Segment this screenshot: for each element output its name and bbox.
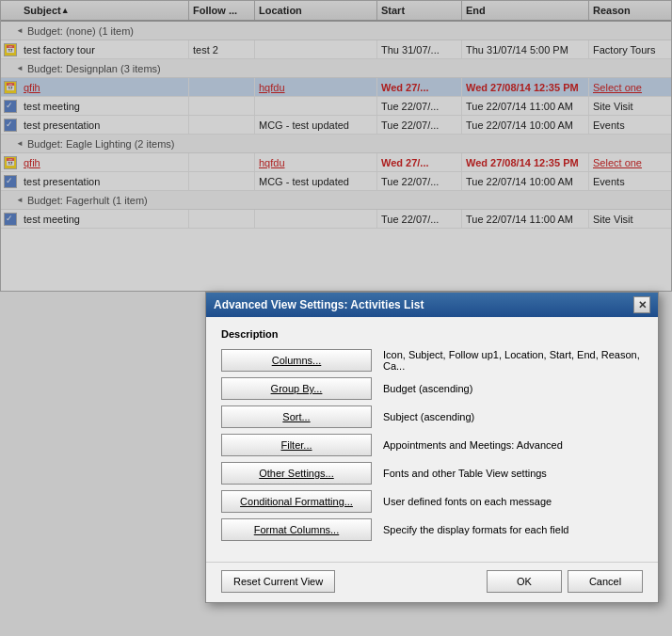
- groupby-button[interactable]: Group By...: [221, 377, 372, 400]
- ok-button[interactable]: OK: [487, 570, 562, 593]
- groupby-value: Budget (ascending): [383, 383, 472, 394]
- dialog-body: Description Columns... Icon, Subject, Fo…: [206, 317, 658, 558]
- dialog-row-groupby: Group By... Budget (ascending): [221, 377, 643, 400]
- dialog-row-filter: Filter... Appointments and Meetings: Adv…: [221, 434, 643, 456]
- dialog-title: Advanced View Settings: Activities List: [214, 298, 424, 311]
- dialog-row-other-settings: Other Settings... Fonts and other Table …: [221, 462, 643, 485]
- format-columns-button[interactable]: Format Columns...: [221, 518, 372, 541]
- filter-button[interactable]: Filter...: [221, 434, 372, 456]
- filter-value: Appointments and Meetings: Advanced: [383, 439, 563, 451]
- conditional-formatting-value: User defined fonts on each message: [383, 496, 552, 507]
- conditional-formatting-button[interactable]: Conditional Formatting...: [221, 490, 372, 513]
- columns-button[interactable]: Columns...: [221, 349, 372, 372]
- dialog-row-columns: Columns... Icon, Subject, Follow up1, Lo…: [221, 349, 643, 372]
- dialog-row-format-columns: Format Columns... Specify the display fo…: [221, 518, 643, 541]
- other-settings-button[interactable]: Other Settings...: [221, 462, 372, 485]
- dialog-row-sort: Sort... Subject (ascending): [221, 405, 643, 428]
- columns-value: Icon, Subject, Follow up1, Location, Sta…: [383, 349, 643, 372]
- dialog-close-button[interactable]: ✕: [633, 296, 650, 313]
- dialog-row-conditional-formatting: Conditional Formatting... User defined f…: [221, 490, 643, 513]
- description-label: Description: [221, 328, 643, 340]
- sort-value: Subject (ascending): [383, 411, 474, 422]
- advanced-view-settings-dialog: Advanced View Settings: Activities List …: [205, 292, 659, 603]
- footer-right-buttons: OK Cancel: [487, 570, 643, 593]
- other-settings-value: Fonts and other Table View settings: [383, 468, 547, 479]
- format-columns-value: Specify the display formats for each fie…: [383, 524, 568, 535]
- cancel-button[interactable]: Cancel: [568, 570, 643, 593]
- dialog-title-bar: Advanced View Settings: Activities List …: [206, 293, 658, 317]
- sort-button[interactable]: Sort...: [221, 405, 372, 428]
- reset-current-view-button[interactable]: Reset Current View: [221, 570, 335, 593]
- dialog-footer: Reset Current View OK Cancel: [206, 562, 658, 602]
